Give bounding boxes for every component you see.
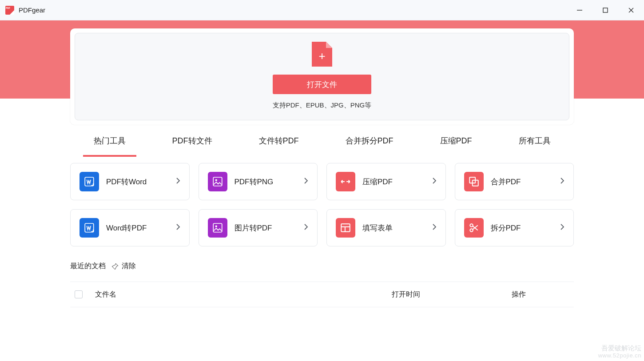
watermark-line2: www.52pojie.cn — [598, 352, 641, 359]
tool-card-1[interactable]: PDF转PNG — [199, 163, 318, 200]
tool-grid: PDF转WordPDF转PNG压缩PDF合并PDFWord转PDF图片转PDF填… — [0, 157, 644, 246]
recent-section: 最近的文档 清除 文件名 打开时间 操作 — [0, 246, 644, 307]
supported-formats: 支持PDF、EPUB、JPG、PNG等 — [273, 101, 372, 110]
compress-icon — [336, 172, 355, 191]
tool-label: PDF转PNG — [235, 177, 274, 187]
chevron-right-icon — [432, 223, 437, 232]
open-file-button[interactable]: 打开文件 — [273, 75, 371, 94]
svg-rect-2 — [213, 177, 222, 186]
tab-0[interactable]: 热门工具 — [91, 125, 128, 157]
tab-5[interactable]: 所有工具 — [516, 125, 553, 157]
form-icon — [336, 218, 355, 238]
svg-point-8 — [215, 226, 217, 227]
tab-3[interactable]: 合并拆分PDF — [343, 125, 396, 157]
image-in-icon — [208, 218, 227, 238]
col-operations: 操作 — [512, 290, 574, 299]
recent-header-row: 文件名 打开时间 操作 — [70, 282, 574, 307]
app-logo-icon — [5, 6, 14, 15]
tool-card-6[interactable]: 填写表单 — [326, 209, 446, 246]
tool-card-4[interactable]: Word转PDF — [70, 209, 190, 246]
recent-table: 文件名 打开时间 操作 — [70, 282, 574, 307]
tool-card-2[interactable]: 压缩PDF — [326, 163, 446, 200]
tool-label: 填写表单 — [362, 223, 393, 233]
col-open-time: 打开时间 — [392, 290, 512, 299]
tool-card-0[interactable]: PDF转Word — [70, 163, 190, 200]
close-icon — [628, 7, 634, 13]
word-in-icon — [80, 218, 99, 238]
app-title: PDFgear — [19, 6, 45, 14]
minimize-icon — [576, 7, 583, 13]
titlebar: PDFgear — [0, 0, 644, 20]
tool-label: 压缩PDF — [362, 177, 393, 187]
recent-header: 最近的文档 清除 — [70, 262, 574, 271]
svg-rect-9 — [341, 224, 350, 231]
file-add-icon: + — [312, 42, 332, 67]
maximize-button[interactable] — [592, 0, 618, 20]
tool-label: Word转PDF — [106, 223, 147, 233]
tool-label: PDF转Word — [106, 177, 147, 187]
tool-card-5[interactable]: 图片转PDF — [199, 209, 318, 246]
svg-rect-7 — [213, 223, 222, 232]
svg-rect-0 — [603, 8, 608, 12]
tool-card-7[interactable]: 拆分PDF — [455, 209, 574, 246]
tool-card-3[interactable]: 合并PDF — [455, 163, 574, 200]
chevron-right-icon — [560, 177, 564, 186]
chevron-right-icon — [304, 177, 308, 186]
watermark: 吾爱破解论坛 www.52pojie.cn — [598, 344, 641, 359]
drop-card: + 打开文件 支持PDF、EPUB、JPG、PNG等 — [70, 28, 574, 125]
chevron-right-icon — [560, 223, 564, 232]
hero: + 打开文件 支持PDF、EPUB、JPG、PNG等 — [0, 20, 644, 125]
minimize-button[interactable] — [567, 0, 592, 20]
recent-title: 最近的文档 — [70, 262, 106, 271]
tool-label: 图片转PDF — [235, 223, 272, 233]
chevron-right-icon — [432, 177, 437, 186]
maximize-icon — [602, 7, 608, 13]
merge-icon — [464, 172, 484, 191]
chevron-right-icon — [176, 177, 180, 186]
tab-4[interactable]: 压缩PDF — [437, 125, 475, 157]
close-button[interactable] — [618, 0, 644, 20]
chevron-right-icon — [304, 223, 308, 232]
word-out-icon — [80, 172, 99, 191]
chevron-right-icon — [176, 223, 180, 232]
drop-zone[interactable]: + 打开文件 支持PDF、EPUB、JPG、PNG等 — [75, 33, 569, 120]
tool-tabs: 热门工具PDF转文件文件转PDF合并拆分PDF压缩PDF所有工具 — [0, 125, 644, 157]
broom-icon — [111, 262, 119, 270]
window-controls — [567, 0, 644, 20]
select-all-checkbox[interactable] — [75, 290, 83, 298]
svg-point-3 — [215, 179, 217, 181]
tab-2[interactable]: 文件转PDF — [256, 125, 302, 157]
clear-button[interactable]: 清除 — [122, 262, 136, 271]
tool-label: 合并PDF — [491, 177, 521, 187]
watermark-line1: 吾爱破解论坛 — [598, 344, 641, 352]
col-filename: 文件名 — [95, 290, 392, 299]
tab-1[interactable]: PDF转文件 — [170, 125, 215, 157]
tool-label: 拆分PDF — [491, 223, 521, 233]
split-icon — [464, 218, 484, 238]
image-out-icon — [208, 172, 227, 191]
